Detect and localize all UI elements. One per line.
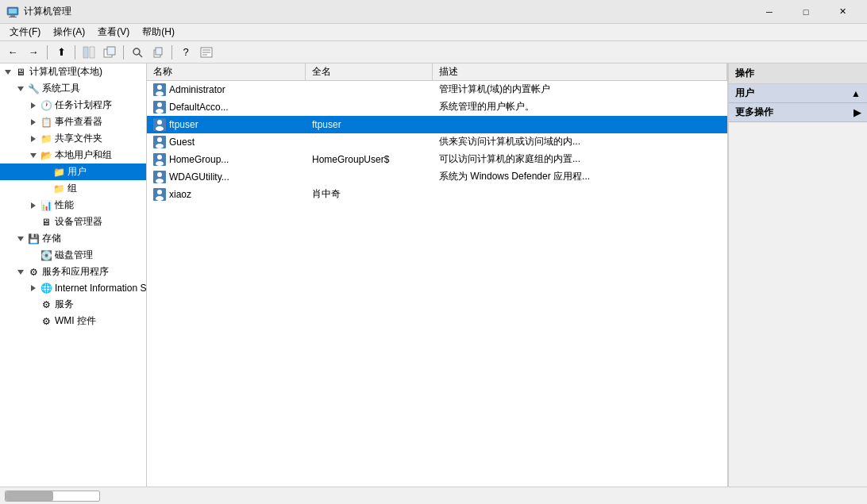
list-row[interactable]: DefaultAcco...系统管理的用户帐户。 [147,98,727,116]
tree-expand-systools[interactable] [14,83,27,95]
tree-label-groups: 组 [67,182,77,195]
toolbar-properties[interactable] [197,44,216,61]
tree-expand-diskmgr[interactable] [27,249,40,262]
list-cell-name-text: WDAGUtility... [169,171,229,183]
list-cell-name: xiaoz [147,187,306,202]
svg-rect-2 [10,15,15,17]
toolbar-show-hide[interactable] [79,44,98,61]
toolbar-search[interactable] [128,44,147,61]
list-cell-description: 管理计算机(域)的内置帐户 [433,81,727,98]
status-scrollbar[interactable] [5,491,100,502]
tree-expand-storage[interactable] [14,233,27,245]
tree-expand-iis[interactable] [27,282,40,294]
tree-item-storage[interactable]: 💾存储 [0,230,146,247]
list-row[interactable]: xiaoz肖中奇 [147,186,727,203]
list-cell-description [433,123,727,126]
list-cell-fullname: 肖中奇 [306,186,433,202]
tree-label-iis: Internet Information Ser... [55,283,147,294]
list-cell-fullname: ftpuser [306,117,433,132]
toolbar-help[interactable]: ? [176,44,195,61]
svg-rect-3 [9,17,17,17]
action-section-title-more[interactable]: 更多操作 ▶ [729,103,867,122]
tree-expand-services[interactable] [27,298,40,311]
toolbar-new-window[interactable] [100,44,119,61]
toolbar-up[interactable]: ⬆ [52,44,71,61]
user-icon [153,83,166,96]
close-button[interactable]: ✕ [824,0,861,24]
tree-item-shared[interactable]: 📁共享文件夹 [0,130,146,147]
maximize-button[interactable]: □ [788,0,824,24]
tree-item-services-apps[interactable]: ⚙服务和应用程序 [0,264,146,280]
tree-icon-root: 🖥 [14,66,27,79]
svg-point-24 [156,126,164,131]
tree-panel: 🖥计算机管理(本地)🔧系统工具🕐任务计划程序📋事件查看器📁共享文件夹📂本地用户和… [0,63,147,487]
tree-expand-eventviewer[interactable] [27,116,40,129]
tree-label-wmi: WMI 控件 [55,314,96,328]
tree-expand-wmi[interactable] [27,315,40,328]
svg-point-36 [156,196,164,201]
tree-expand-localusers[interactable] [27,149,40,162]
tree-item-iis[interactable]: 🌐Internet Information Ser... [0,280,146,296]
tree-expand-scheduler[interactable] [27,99,40,112]
tree-label-services-apps: 服务和应用程序 [42,265,109,279]
tree-expand-services-apps[interactable] [14,266,27,279]
toolbar-copy[interactable] [148,44,168,61]
tree-expand-users[interactable] [40,166,52,179]
status-bar [0,487,867,504]
tree-expand-devmgr[interactable] [27,216,40,229]
list-row[interactable]: Administrator管理计算机(域)的内置帐户 [147,81,727,98]
list-cell-fullname: HomeGroupUser$ [306,152,433,167]
tree-item-groups[interactable]: 📁组 [0,180,146,197]
svg-point-35 [157,190,162,194]
tree-expand-perf[interactable] [27,199,40,212]
tree-label-systools: 系统工具 [42,82,80,95]
tree-item-services[interactable]: ⚙服务 [0,296,146,313]
menu-file[interactable]: 文件(F) [3,24,47,40]
list-row[interactable]: HomeGroup...HomeGroupUser$可以访问计算机的家庭组的内置… [147,151,727,168]
list-cell-fullname [306,88,433,91]
menu-action[interactable]: 操作(A) [47,24,91,40]
minimize-button[interactable]: ─ [751,0,788,24]
tree-expand-groups[interactable] [40,183,52,195]
list-cell-name: Guest [147,134,306,150]
menu-help[interactable]: 帮助(H) [136,24,181,40]
svg-point-32 [157,172,162,177]
col-header-desc[interactable]: 描述 [433,63,727,80]
list-cell-description [433,193,727,196]
tree-item-perf[interactable]: 📊性能 [0,197,146,214]
tree-item-eventviewer[interactable]: 📋事件查看器 [0,113,146,130]
list-cell-name-text: xiaoz [169,189,191,200]
tree-label-services: 服务 [55,298,74,311]
tree-icon-storage: 💾 [27,233,40,245]
list-row[interactable]: Guest供来宾访问计算机或访问域的内... [147,133,727,151]
tree-item-wmi[interactable]: ⚙WMI 控件 [0,313,146,329]
list-row[interactable]: ftpuserftpuser [147,116,727,133]
list-cell-fullname [306,175,433,179]
user-icon [153,188,166,201]
list-row[interactable]: WDAGUtility...系统为 Windows Defender 应用程..… [147,168,727,186]
toolbar-sep-3 [123,45,124,60]
toolbar-back[interactable]: ← [3,44,22,61]
tree-expand-root[interactable] [2,66,14,79]
toolbar-forward[interactable]: → [24,44,43,61]
tree-item-root[interactable]: 🖥计算机管理(本地) [0,63,146,80]
list-header: 名称 全名 描述 [147,63,727,81]
list-body: Administrator管理计算机(域)的内置帐户 DefaultAcco..… [147,81,727,487]
action-section-title-users[interactable]: 用户 ▲ [729,84,867,103]
list-cell-description: 系统管理的用户帐户。 [433,98,727,115]
tree-icon-perf: 📊 [40,199,52,212]
menu-view[interactable]: 查看(V) [91,24,136,40]
svg-point-29 [157,155,162,160]
col-header-fullname[interactable]: 全名 [306,63,433,80]
tree-item-diskmgr[interactable]: 💽磁盘管理 [0,247,146,264]
col-header-name[interactable]: 名称 [147,63,306,80]
tree-item-systools[interactable]: 🔧系统工具 [0,80,146,97]
tree-expand-shared[interactable] [27,133,40,145]
tree-item-devmgr[interactable]: 🖥设备管理器 [0,214,146,230]
list-cell-name-text: Guest [169,137,195,148]
svg-rect-11 [156,48,162,55]
tree-item-localusers[interactable]: 📂本地用户和组 [0,147,146,164]
tree-item-users[interactable]: 📁用户 [0,164,146,180]
tree-item-scheduler[interactable]: 🕐任务计划程序 [0,97,146,113]
svg-point-33 [156,179,164,183]
